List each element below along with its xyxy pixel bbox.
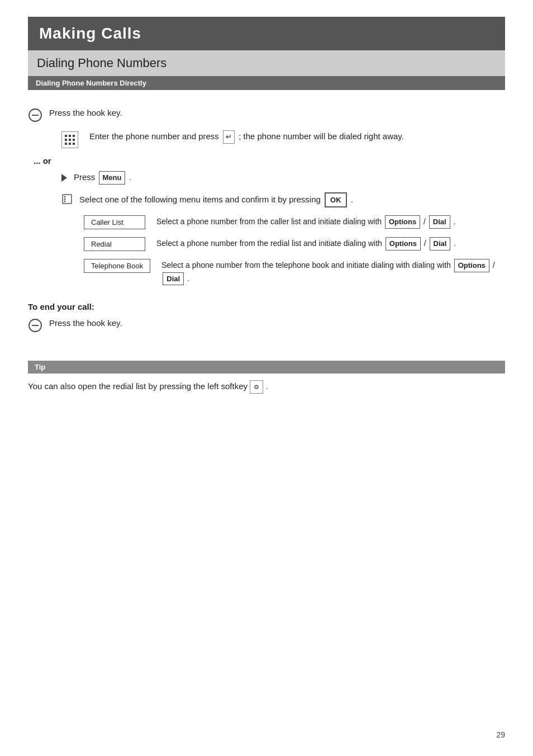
tip-header: Tip bbox=[28, 361, 505, 374]
svg-point-3 bbox=[64, 196, 66, 197]
section-title-text: Dialing Phone Numbers bbox=[37, 56, 166, 70]
page-container: Making Calls Dialing Phone Numbers Diali… bbox=[0, 0, 533, 756]
to-end-label: To end your call: bbox=[28, 302, 505, 311]
svg-point-5 bbox=[64, 200, 66, 202]
telephone-book-key: Telephone Book bbox=[84, 259, 150, 273]
menu-row-redial: Redial Select a phone number from the re… bbox=[84, 237, 505, 251]
subsection-title-text: Dialing Phone Numbers Directly bbox=[36, 79, 146, 87]
cursor-icon bbox=[61, 193, 73, 205]
menu-row-callerlist: Caller List Select a phone number from t… bbox=[84, 215, 505, 229]
content-area: Press the hook key. Enter the p bbox=[28, 101, 505, 399]
subsection-title: Dialing Phone Numbers Directly bbox=[28, 76, 505, 90]
tip-text: You can also open the redial list by pre… bbox=[28, 380, 505, 394]
nav-triangle-icon bbox=[61, 174, 67, 182]
dial-key-1: Dial bbox=[429, 215, 450, 229]
main-title-text: Making Calls bbox=[39, 25, 141, 42]
to-end-step-row: Press the hook key. bbox=[28, 317, 505, 333]
step2-text: Enter the phone number and press ↵ ; the… bbox=[89, 130, 505, 144]
keypad-grid bbox=[65, 135, 75, 145]
step4-text: Select one of the following menu items a… bbox=[79, 192, 505, 208]
step3-row: Press Menu . bbox=[61, 171, 505, 185]
menu-row-phonebook: Telephone Book Select a phone number fro… bbox=[84, 259, 505, 285]
ok-key: OK bbox=[325, 192, 347, 208]
redial-key: Redial bbox=[84, 237, 145, 251]
dial-key-3: Dial bbox=[163, 272, 184, 286]
dial-key-2: Dial bbox=[430, 237, 451, 251]
step2-row: Enter the phone number and press ↵ ; the… bbox=[61, 130, 505, 148]
redial-desc: Select a phone number from the redial li… bbox=[156, 237, 505, 251]
caller-list-key: Caller List bbox=[84, 215, 145, 229]
telephone-book-desc: Select a phone number from the telephone… bbox=[161, 259, 505, 285]
hook-icon bbox=[28, 108, 42, 122]
softkey-icon: ⚙ bbox=[250, 380, 263, 394]
options-key-1: Options bbox=[385, 215, 420, 229]
step1-row: Press the hook key. bbox=[28, 107, 505, 122]
step3-text: Press Menu . bbox=[74, 171, 505, 185]
main-title: Making Calls bbox=[28, 17, 505, 50]
menu-key: Menu bbox=[99, 171, 126, 185]
confirm-symbol: ↵ bbox=[223, 130, 235, 144]
options-key-3: Options bbox=[454, 259, 489, 272]
tip-section: Tip You can also open the redial list by… bbox=[28, 361, 505, 394]
svg-point-4 bbox=[64, 198, 66, 200]
caller-list-desc: Select a phone number from the caller li… bbox=[156, 215, 505, 229]
step1-text: Press the hook key. bbox=[49, 107, 505, 120]
options-key-2: Options bbox=[386, 237, 421, 251]
hook-icon-2 bbox=[28, 318, 42, 333]
to-end-section: To end your call: Press the hook key. bbox=[28, 302, 505, 333]
section-title: Dialing Phone Numbers bbox=[28, 50, 505, 76]
keypad-icon bbox=[61, 131, 78, 148]
menu-table: Caller List Select a phone number from t… bbox=[84, 215, 505, 285]
or-label: ... or bbox=[34, 156, 505, 166]
to-end-step-text: Press the hook key. bbox=[49, 317, 505, 330]
svg-rect-2 bbox=[63, 195, 72, 204]
step4-row: Select one of the following menu items a… bbox=[61, 192, 505, 208]
page-number: 29 bbox=[496, 730, 505, 739]
